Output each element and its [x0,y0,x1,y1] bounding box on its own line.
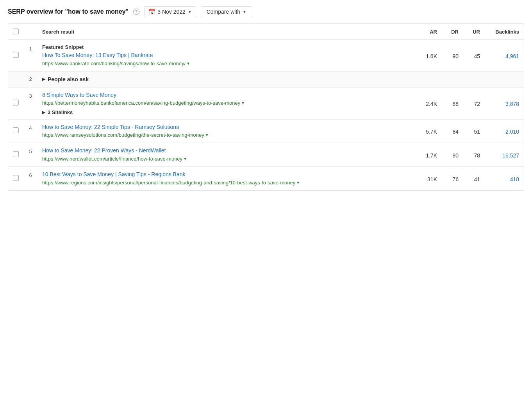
compare-dropdown-arrow: ▼ [243,10,246,14]
table-header-row: Search result AR DR UR Backlinks [8,24,524,40]
header-position [23,24,37,40]
ur-cell-3: 72 [463,87,485,119]
page-header: SERP overview for "how to save money" ? … [8,6,524,23]
ar-cell-3: 2.4K [414,87,442,119]
row-position-3: 3 [23,87,37,119]
table-row: 5 How to Save Money: 22 Proven Ways - Ne… [8,143,524,167]
backlinks-cell-6[interactable]: 418 [485,167,524,190]
row-position-5: 5 [23,143,37,167]
url-dropdown-arrow-3[interactable]: ▼ [241,100,245,106]
result-url-1: https://www.bankrate.com/banking/savings… [42,60,410,67]
dr-cell-6: 76 [442,167,463,190]
row-checkbox-6[interactable] [13,175,19,181]
help-icon[interactable]: ? [133,9,139,15]
table-row: 3 8 Simple Ways to Save Money https://be… [8,87,524,119]
ur-cell-4: 51 [463,119,485,143]
row-checkbox-1[interactable] [13,52,19,58]
expand-icon[interactable]: ▶ [42,77,45,81]
backlinks-cell-1[interactable]: 4,961 [485,40,524,71]
people-also-ask-label: People also ask [48,76,89,82]
result-title-3[interactable]: 8 Simple Ways to Save Money [42,91,410,99]
header-backlinks: Backlinks [485,24,524,40]
row-position-2: 2 [23,71,37,87]
checkbox-cell-3 [8,87,23,119]
header-dr: DR [442,24,463,40]
dr-cell-1: 90 [442,40,463,71]
result-title-6[interactable]: 10 Best Ways to Save Money | Saving Tips… [42,171,410,179]
people-also-ask-cell: ▶ People also ask [37,71,524,87]
result-url-4: https://www.ramseysolutions.com/budgetin… [42,132,410,139]
checkbox-cell-5 [8,143,23,167]
sitelinks-label: 3 Sitelinks [48,109,73,115]
row-position-4: 4 [23,119,37,143]
dr-cell-3: 88 [442,87,463,119]
date-label: 3 Nov 2022 [157,9,186,15]
checkbox-cell-1 [8,40,23,71]
ar-cell-5: 1.7K [414,143,442,167]
result-cell-6: 10 Best Ways to Save Money | Saving Tips… [37,167,414,190]
checkbox-cell-4 [8,119,23,143]
ar-cell-6: 31K [414,167,442,190]
dr-cell-5: 90 [442,143,463,167]
url-dropdown-arrow-4[interactable]: ▼ [205,132,209,138]
url-dropdown-arrow[interactable]: ▼ [186,61,190,66]
checkbox-cell-6 [8,167,23,190]
url-dropdown-arrow-6[interactable]: ▼ [296,180,300,186]
header-search-result: Search result [37,24,414,40]
row-position-1: 1 [23,40,37,71]
backlinks-cell-4[interactable]: 2,010 [485,119,524,143]
backlinks-cell-5[interactable]: 16,527 [485,143,524,167]
table-row: 4 How to Save Money: 22 Simple Tips - Ra… [8,119,524,143]
result-cell-1: Featured Snippet How To Save Money: 13 E… [37,40,414,71]
result-title-1[interactable]: How To Save Money: 13 Easy Tips | Bankra… [42,52,410,59]
result-url-5: https://www.nerdwallet.com/article/finan… [42,155,410,163]
ur-cell-1: 45 [463,40,485,71]
select-all-checkbox[interactable] [13,29,19,34]
result-title-4[interactable]: How to Save Money: 22 Simple Tips - Rams… [42,123,410,131]
result-cell-5: How to Save Money: 22 Proven Ways - Nerd… [37,143,414,167]
sitelinks-expand-icon[interactable]: ▶ [42,110,45,114]
result-cell-4: How to Save Money: 22 Simple Tips - Rams… [37,119,414,143]
result-title-5[interactable]: How to Save Money: 22 Proven Ways - Nerd… [42,147,410,155]
row-checkbox-3[interactable] [13,100,19,105]
row-checkbox-4[interactable] [13,127,19,133]
table-row: 6 10 Best Ways to Save Money | Saving Ti… [8,167,524,190]
backlinks-cell-3[interactable]: 3,878 [485,87,524,119]
header-ar: AR [414,24,442,40]
compare-with-button[interactable]: Compare with ▼ [201,6,252,17]
ar-cell-1: 1.6K [414,40,442,71]
calendar-icon: 📅 [148,9,155,15]
date-picker[interactable]: 📅 3 Nov 2022 ▼ [144,6,196,17]
serp-table: Search result AR DR UR Backlinks 1 Featu… [8,23,524,191]
url-dropdown-arrow-5[interactable]: ▼ [183,156,187,162]
page-title: SERP overview for "how to save money" [8,8,129,15]
result-cell-3: 8 Simple Ways to Save Money https://bett… [37,87,414,119]
table-row: 1 Featured Snippet How To Save Money: 13… [8,40,524,71]
ur-cell-6: 41 [463,167,485,190]
featured-snippet-label: Featured Snippet [42,44,410,50]
result-url-3: https://bettermoneyhabits.bankofamerica.… [42,100,410,107]
ar-cell-4: 5.7K [414,119,442,143]
row-checkbox-5[interactable] [13,151,19,157]
ur-cell-5: 78 [463,143,485,167]
header-checkbox-cell [8,24,23,40]
dr-cell-4: 84 [442,119,463,143]
header-ur: UR [463,24,485,40]
date-dropdown-arrow: ▼ [188,10,192,14]
result-url-6: https://www.regions.com/insights/persona… [42,179,410,186]
compare-label: Compare with [207,9,240,15]
table-row: 2 ▶ People also ask [8,71,524,87]
row-position-6: 6 [23,167,37,190]
empty-checkbox-cell [8,71,23,87]
